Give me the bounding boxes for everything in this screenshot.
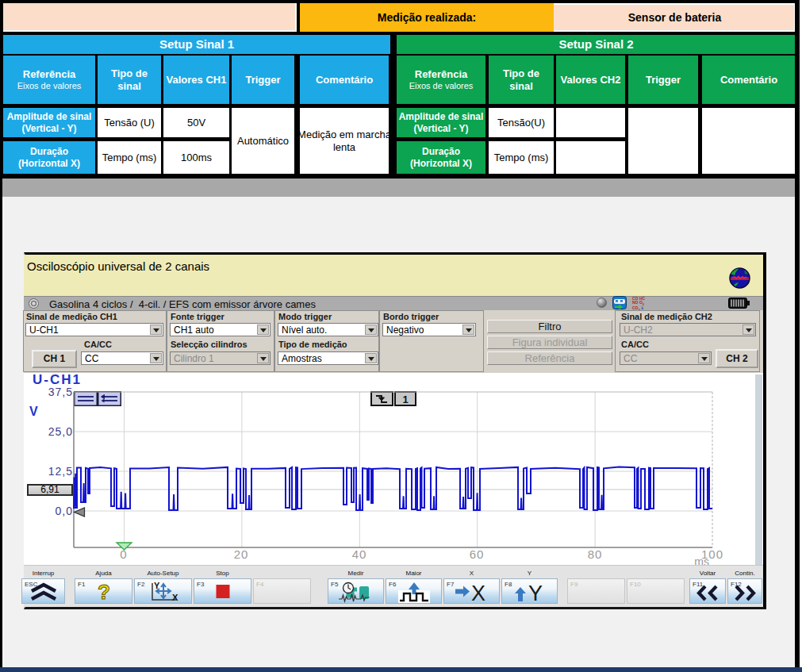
svg-text:40: 40 (352, 547, 367, 561)
svg-text:25,0: 25,0 (48, 425, 73, 438)
svg-text:12,5: 12,5 (48, 465, 73, 478)
svg-text:X: X (471, 582, 485, 604)
svg-text:80: 80 (588, 547, 603, 561)
svg-text:37,5: 37,5 (48, 386, 73, 398)
svg-text:60: 60 (470, 547, 485, 561)
svg-text:V: V (29, 405, 38, 418)
svg-text:X: X (172, 593, 178, 602)
svg-text:?: ? (98, 581, 110, 603)
svg-text:Y: Y (528, 582, 543, 603)
svg-text:20: 20 (234, 547, 249, 561)
svg-text:0,0: 0,0 (56, 505, 73, 517)
